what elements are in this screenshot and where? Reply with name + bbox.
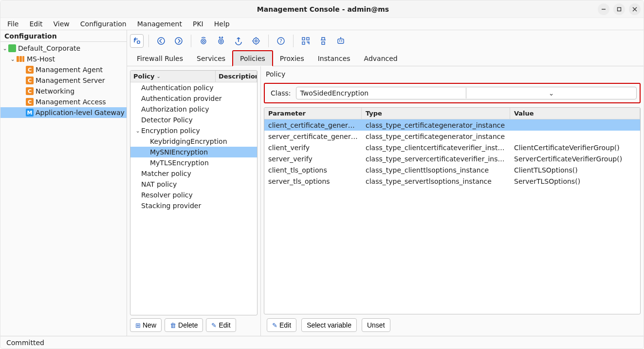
param-row[interactable]: server_certificate_generatorclass_type_c…	[264, 131, 640, 142]
delete-button-label: Delete	[178, 321, 198, 329]
tab-instances[interactable]: Instances	[311, 51, 357, 66]
tree-component[interactable]: C Management Agent	[0, 64, 127, 75]
policy-row[interactable]: Matcher policy	[130, 168, 257, 179]
policy-header-policy[interactable]: Policy	[133, 73, 155, 80]
tab-proxies[interactable]: Proxies	[273, 51, 311, 66]
chevron-down-icon[interactable]: ⌄	[9, 56, 16, 62]
menu-pki[interactable]: PKI	[188, 19, 208, 29]
gear-exchange-icon[interactable]	[214, 34, 228, 48]
policy-row[interactable]: MySNIEncryption	[130, 147, 257, 157]
minimize-icon[interactable]	[598, 3, 609, 15]
policy-row[interactable]: NAT policy	[130, 179, 257, 190]
tree-root[interactable]: ⌄ Default_Corporate	[0, 43, 127, 54]
svg-point-9	[175, 38, 182, 44]
tree-component-label: Management Agent	[36, 66, 103, 74]
host-icon	[16, 55, 25, 63]
chevron-down-icon[interactable]: ⌄	[466, 88, 636, 98]
class-select[interactable]: TwoSidedEncryption ⌄	[296, 87, 637, 99]
svg-point-11	[202, 40, 204, 42]
tab-firewall-rules[interactable]: Firewall Rules	[130, 51, 190, 66]
sort-desc-icon[interactable]: ⌄	[157, 74, 161, 79]
site-icon	[8, 44, 16, 52]
close-icon[interactable]	[629, 3, 641, 15]
select-variable-button[interactable]: Select variable	[301, 318, 357, 332]
maximize-icon[interactable]	[613, 3, 625, 15]
svg-point-29	[340, 37, 341, 38]
back-icon[interactable]	[154, 34, 168, 48]
tree-host[interactable]: ⌄ MS-Host	[0, 54, 127, 64]
svg-rect-6	[22, 56, 24, 62]
gear-icon[interactable]	[249, 34, 263, 48]
policy-row[interactable]: MyTLSEncryption	[130, 157, 257, 168]
forward-icon[interactable]	[171, 34, 186, 48]
policy-row-label: Authorization policy	[141, 105, 209, 113]
tab-advanced[interactable]: Advanced	[357, 51, 405, 66]
tree-component[interactable]: M Application-level Gateway	[0, 107, 127, 118]
svg-rect-7	[137, 41, 140, 43]
policy-row[interactable]: KeybridgingEncryption	[130, 136, 257, 147]
robot-icon[interactable]	[333, 34, 348, 48]
policy-row-label: KeybridgingEncryption	[150, 137, 227, 145]
policy-row[interactable]: Authorization policy	[130, 104, 257, 115]
param-cell-value: ClientTLSOptions()	[510, 166, 640, 174]
svg-rect-1	[618, 7, 621, 11]
component-icon: C	[26, 66, 34, 74]
policy-row-label: Detector Policy	[141, 116, 193, 124]
param-row[interactable]: client_verifyclass_type_clientcertificat…	[264, 142, 640, 153]
param-header-value[interactable]: Value	[510, 108, 640, 119]
param-row[interactable]: client_tls_optionsclass_type_clienttlsop…	[264, 164, 640, 175]
separator	[268, 35, 269, 47]
menu-help[interactable]: Help	[209, 19, 235, 29]
tab-policies[interactable]: Policies	[232, 50, 273, 66]
menu-view[interactable]: View	[49, 19, 74, 29]
param-row[interactable]: server_tls_optionsclass_type_servertlsop…	[264, 175, 640, 187]
param-body: client_certificate_generatorclass_type_c…	[264, 119, 640, 314]
sidebar: Configuration ⌄ Default_Corporate ⌄ MS-H…	[0, 30, 127, 336]
nav-tree: ⌄ Default_Corporate ⌄ MS-Host C Manageme…	[0, 42, 127, 336]
policy-row[interactable]: Stacking provider	[130, 200, 257, 211]
param-header-type[interactable]: Type	[362, 108, 510, 119]
tab-services[interactable]: Services	[190, 51, 232, 66]
help-gear-icon[interactable]: ?	[274, 34, 288, 48]
tree-component[interactable]: C Networking	[0, 86, 127, 97]
param-cell-parameter: server_verify	[264, 155, 362, 163]
titlebar: Management Console - admin@ms	[0, 0, 644, 18]
menu-edit[interactable]: Edit	[24, 19, 47, 29]
trash-icon: 🗑	[170, 322, 176, 329]
upload-gear-icon[interactable]	[231, 34, 246, 48]
unset-label: Unset	[367, 321, 385, 329]
qr-icon[interactable]	[298, 34, 313, 48]
detail-edit-button[interactable]: ✎ Edit	[267, 318, 296, 332]
policy-row[interactable]: Resolver policy	[130, 190, 257, 200]
menu-management[interactable]: Management	[132, 19, 187, 29]
policy-row[interactable]: ⌄Encryption policy	[130, 125, 257, 136]
component-icon: M	[26, 109, 34, 116]
param-cell-type: class_type_servercertificateverifier_ins…	[362, 155, 510, 163]
tree-component-label: Management Access	[36, 98, 106, 106]
chevron-down-icon[interactable]: ⌄	[134, 128, 141, 134]
delete-button[interactable]: 🗑 Delete	[165, 318, 203, 332]
tabbar: Firewall Rules Services Policies Proxies…	[127, 50, 644, 66]
policy-row-label: MyTLSEncryption	[150, 159, 209, 167]
policy-row[interactable]: Authentication policy	[130, 82, 257, 93]
policy-row-label: MySNIEncryption	[150, 148, 208, 156]
param-row[interactable]: client_certificate_generatorclass_type_c…	[264, 119, 640, 131]
policy-header-description[interactable]: Description	[216, 71, 257, 82]
menu-file[interactable]: File	[2, 19, 23, 29]
param-row[interactable]: server_verifyclass_type_servercertificat…	[264, 153, 640, 164]
view-gear-icon[interactable]	[196, 34, 211, 48]
unset-button[interactable]: Unset	[362, 318, 390, 332]
tree-component[interactable]: C Management Access	[0, 97, 127, 107]
parent-icon[interactable]	[130, 34, 144, 48]
tree-component[interactable]: C Management Server	[0, 75, 127, 86]
param-header-parameter[interactable]: Parameter	[264, 108, 362, 119]
svg-point-14	[253, 38, 259, 44]
python-icon[interactable]	[316, 34, 331, 48]
menu-configuration[interactable]: Configuration	[75, 19, 131, 29]
new-button[interactable]: ⊞ New	[130, 318, 162, 332]
edit-button[interactable]: ✎ Edit	[206, 318, 236, 332]
policy-row[interactable]: Detector Policy	[130, 115, 257, 125]
policy-list-body: Authentication policyAuthentication prov…	[130, 82, 257, 315]
chevron-down-icon[interactable]: ⌄	[1, 45, 8, 52]
policy-row[interactable]: Authentication provider	[130, 93, 257, 104]
